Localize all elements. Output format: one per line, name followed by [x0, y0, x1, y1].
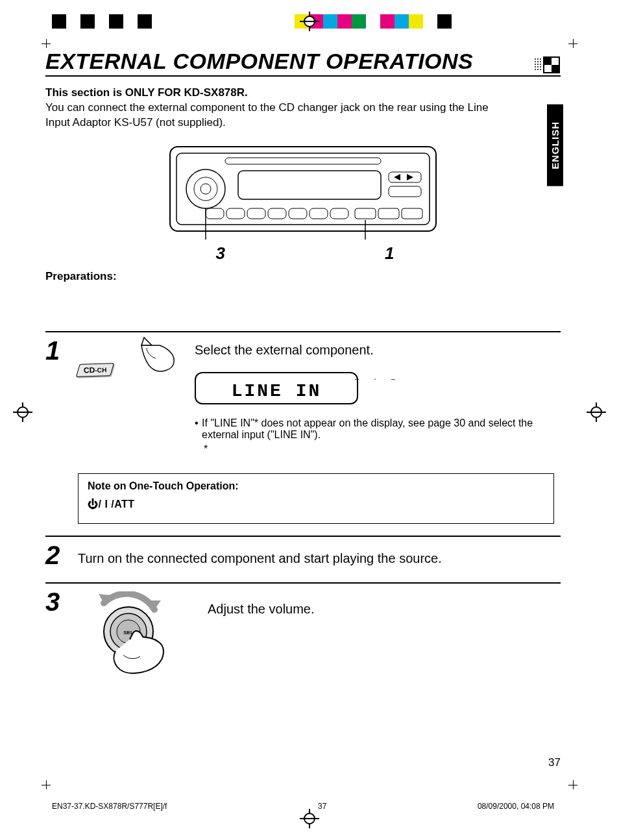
svg-point-3 — [535, 58, 536, 60]
step-1-heading: Select the external component. — [195, 343, 561, 358]
crop-mark-icon — [568, 780, 577, 789]
svg-point-7 — [537, 61, 539, 62]
preparations-heading: Preparations: — [45, 270, 561, 283]
svg-point-24 — [200, 184, 211, 194]
language-tab: ENGLISH — [547, 105, 563, 186]
svg-rect-1 — [544, 57, 552, 65]
footer: EN37-37.KD-SX878R/S777R[E]/f 37 08/09/20… — [45, 802, 561, 811]
svg-point-13 — [537, 66, 539, 68]
lcd-text: LINE IN — [232, 382, 322, 401]
registration-mark-icon — [300, 12, 319, 31]
step-3-graphic: SEL — [78, 589, 208, 678]
lcd-display: — · — LINE IN — [195, 372, 358, 404]
svg-rect-2 — [552, 65, 559, 73]
step-2-text: Turn on the connected component and star… — [78, 551, 561, 566]
note-box: Note on One-Touch Operation: ⏻/ I /ATT — [78, 473, 554, 524]
svg-rect-36 — [402, 208, 422, 219]
svg-point-9 — [535, 64, 536, 65]
car-stereo-illustration — [167, 143, 439, 241]
step-1-note: If "LINE IN"* does not appear on the dis… — [202, 417, 561, 441]
step-3: 3 SEL Adjust the volume. — [45, 589, 561, 678]
svg-point-6 — [535, 61, 536, 62]
footer-left: EN37-37.KD-SX878R/S777R[E]/f — [52, 802, 167, 811]
step-2: 2 Turn on the connected component and st… — [45, 542, 561, 568]
step-number: 1 — [45, 338, 78, 364]
footer-center: 37 — [318, 802, 326, 811]
svg-rect-33 — [330, 208, 348, 219]
step-1-asterisk: * — [204, 443, 561, 455]
power-att-icon: ⏻/ I /ATT — [88, 499, 544, 510]
pressing-finger-icon — [140, 336, 179, 373]
crop-mark-icon — [42, 780, 51, 789]
svg-rect-28 — [226, 208, 245, 219]
svg-point-5 — [540, 58, 541, 60]
svg-point-16 — [537, 69, 539, 70]
intro-text: This section is ONLY FOR KD-SX878R. You … — [45, 86, 561, 130]
cd-ch-button-icon: CD-CH — [76, 363, 114, 377]
crop-mark-icon — [568, 39, 577, 48]
registration-mark-icon — [587, 402, 606, 422]
volume-knob-icon: SEL — [78, 591, 182, 676]
svg-point-10 — [537, 64, 539, 65]
svg-point-11 — [540, 64, 541, 65]
svg-point-17 — [540, 69, 541, 70]
svg-point-8 — [540, 61, 541, 62]
svg-point-15 — [535, 69, 536, 70]
note-box-title: Note on One-Touch Operation: — [88, 480, 544, 492]
svg-point-12 — [535, 66, 536, 68]
svg-rect-34 — [355, 208, 376, 219]
step-3-text: Adjust the volume. — [208, 602, 561, 617]
step-number: 2 — [45, 542, 78, 568]
footer-right: 08/09/2000, 04:08 PM — [478, 802, 554, 811]
external-component-icon — [533, 56, 561, 74]
divider — [45, 331, 561, 332]
page-title: EXTERNAL COMPONENT OPERATIONS — [45, 49, 473, 74]
svg-rect-35 — [378, 208, 399, 219]
divider — [45, 582, 561, 584]
svg-point-14 — [540, 66, 541, 68]
divider — [45, 536, 561, 537]
svg-rect-29 — [247, 208, 265, 219]
svg-rect-32 — [310, 208, 328, 219]
intro-body: You can connect the external component t… — [45, 101, 513, 130]
svg-rect-25 — [389, 172, 421, 182]
svg-rect-26 — [389, 186, 421, 197]
svg-rect-21 — [238, 171, 381, 199]
page-number: 37 — [548, 756, 561, 769]
registration-mark-icon — [300, 809, 319, 828]
intro-bold: This section is ONLY FOR KD-SX878R. — [45, 86, 561, 101]
callout-3: 3 — [216, 243, 225, 264]
svg-rect-27 — [206, 208, 224, 219]
bullet-icon: • — [195, 417, 202, 441]
illustration-callouts: 3 1 — [45, 243, 561, 264]
crop-mark-icon — [42, 39, 51, 48]
registration-mark-icon — [13, 402, 32, 422]
svg-rect-31 — [289, 208, 307, 219]
svg-rect-20 — [225, 158, 381, 164]
svg-point-4 — [537, 58, 539, 60]
step-1: 1 CD-CH Select the external component. —… — [45, 338, 561, 455]
step-number: 3 — [45, 589, 78, 615]
svg-rect-30 — [268, 208, 286, 219]
step-1-graphic: CD-CH — [78, 338, 195, 377]
page-content: EXTERNAL COMPONENT OPERATIONS ENGLISH Th… — [45, 49, 561, 678]
callout-1: 1 — [385, 243, 394, 264]
